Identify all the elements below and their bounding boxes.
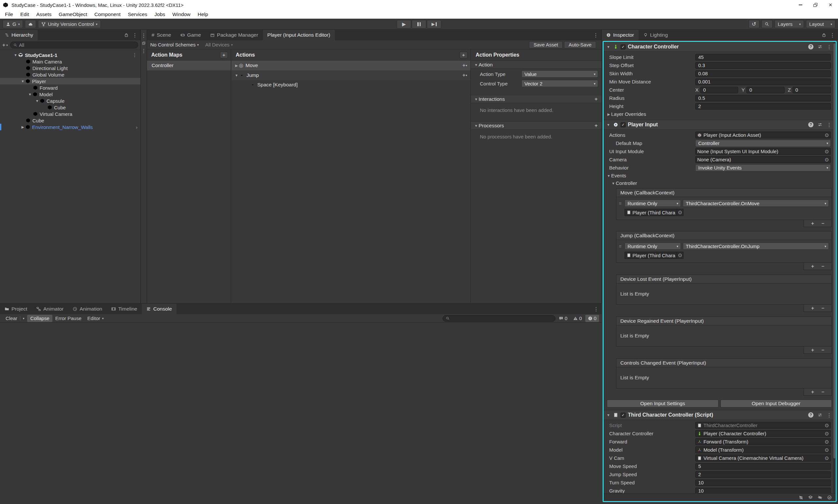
tree-item-cube[interactable]: Cube (0, 117, 140, 124)
remove-event-button[interactable]: − (821, 347, 824, 353)
tree-item-scene[interactable]: ▼ StudyCase1-1 ⋮ (0, 52, 140, 58)
tab-project[interactable]: Project (0, 304, 32, 314)
foldout-open-icon[interactable]: ▼ (20, 79, 25, 83)
third-character-controller-header[interactable]: ▼ ✓ Third Character Controller (Script) … (604, 410, 836, 420)
tab-animator[interactable]: Animator (32, 304, 68, 314)
script-object-field[interactable]: ThirdCharacterController ⊙ (695, 422, 831, 429)
cloud-button[interactable] (25, 20, 36, 28)
jump-speed-field[interactable]: 2 (695, 471, 831, 478)
object-picker-icon[interactable]: ⊙ (824, 431, 829, 436)
tree-item-model[interactable]: ▼ Model (0, 91, 140, 97)
add-event-button[interactable]: + (811, 389, 814, 395)
component-menu-icon[interactable]: ⋮ (826, 44, 832, 50)
account-button[interactable]: G ▾ (3, 20, 23, 28)
console-log-area[interactable] (0, 323, 602, 504)
info-count-toggle[interactable]: 0 (556, 315, 570, 322)
event-state-dropdown[interactable]: Runtime Only ▾ (625, 200, 681, 207)
preset-icon[interactable] (818, 122, 822, 127)
action-row-jump[interactable]: ▼ Jump +▾ (231, 70, 470, 80)
slope-limit-field[interactable]: 45 (695, 54, 831, 60)
panel-menu-icon[interactable]: ⋮ (141, 48, 146, 54)
object-picker-icon[interactable]: ⊙ (677, 252, 683, 258)
events-foldout[interactable]: ▼ Events (604, 172, 836, 179)
menu-component[interactable]: Component (91, 12, 124, 17)
object-picker-icon[interactable]: ⊙ (824, 455, 829, 461)
character-controller-ref-field[interactable]: Player (Character Controller) ⊙ (695, 430, 831, 437)
remove-event-button[interactable]: − (821, 305, 824, 311)
visibility-off-icon[interactable] (818, 495, 822, 500)
character-controller-header[interactable]: ▼ ✓ Character Controller ? ⋮ (604, 42, 836, 52)
center-y-field[interactable]: 0 (746, 87, 784, 93)
step-button[interactable]: ▶ (427, 20, 441, 29)
panel-menu-icon[interactable]: ⋮ (593, 306, 599, 312)
event-function-dropdown[interactable]: ThirdCharacterController.OnJump ▾ (683, 242, 829, 250)
pause-button[interactable] (412, 20, 426, 29)
panel-menu-icon[interactable]: ⋮ (132, 32, 138, 38)
undo-history-button[interactable]: ↺ (749, 20, 760, 28)
save-asset-button[interactable]: Save Asset (529, 41, 563, 49)
foldout-closed-icon[interactable]: ▶ (234, 64, 239, 68)
play-button[interactable]: ▶ (397, 20, 411, 29)
tab-hierarchy[interactable]: Hierarchy (0, 30, 38, 40)
auto-save-toggle[interactable]: Auto-Save (564, 41, 596, 49)
enabled-checkbox[interactable]: ✓ (621, 413, 626, 418)
remove-event-button[interactable]: − (821, 389, 824, 395)
debugger-disabled-icon[interactable] (799, 495, 803, 500)
layout-dropdown[interactable]: Layout▾ (806, 20, 835, 28)
tree-item-forward[interactable]: Forward (0, 85, 140, 91)
help-icon[interactable]: ? (808, 44, 814, 50)
tree-item-virtual-camera[interactable]: Virtual Camera (0, 111, 140, 117)
tree-item-directional-light[interactable]: Directional Light (0, 65, 140, 71)
preset-icon[interactable] (818, 44, 822, 49)
menu-help[interactable]: Help (194, 12, 212, 17)
component-menu-icon[interactable]: ⋮ (826, 122, 832, 128)
center-x-field[interactable]: 0 (700, 87, 738, 93)
enabled-checkbox[interactable]: ✓ (621, 44, 626, 50)
panel-menu-icon[interactable]: ⋮ (830, 32, 835, 38)
add-interaction-button[interactable]: + (594, 96, 598, 103)
section-interactions[interactable]: ▼ Interactions + (471, 95, 601, 103)
help-icon[interactable]: ? (808, 122, 814, 127)
tree-item-environment-narrow-walls[interactable]: ▶ Environment_Narrow_Walls › (0, 124, 140, 130)
control-type-dropdown[interactable]: Vector 2 ▾ (521, 80, 598, 87)
menu-gameobject[interactable]: GameObject (55, 12, 91, 17)
scrollbar-thumb[interactable] (834, 43, 835, 458)
section-processors[interactable]: ▼ Processors + (471, 122, 601, 130)
prefab-open-chevron-icon[interactable]: › (136, 124, 140, 130)
tree-item-global-volume[interactable]: Global Volume (0, 71, 140, 78)
layers-status-icon[interactable] (808, 495, 813, 500)
maximize-icon[interactable] (142, 41, 146, 45)
scene-menu-icon[interactable]: ⋮ (132, 52, 140, 58)
section-action[interactable]: ▼ Action (471, 60, 601, 69)
search-button[interactable] (762, 20, 772, 28)
radius-field[interactable]: 0.5 (695, 95, 831, 102)
tab-timeline[interactable]: Timeline (107, 304, 142, 314)
camera-field[interactable]: None (Camera) ⊙ (695, 156, 831, 163)
control-schemes-dropdown[interactable]: No Control Schemes▾ (150, 42, 199, 48)
event-function-dropdown[interactable]: ThirdCharacterController.OnMove ▾ (683, 200, 829, 207)
events-controller-foldout[interactable]: ▼ Controller (604, 179, 836, 187)
remove-event-button[interactable]: − (821, 220, 824, 227)
console-search-input[interactable] (443, 315, 555, 322)
collapse-toggle[interactable]: Collapse (27, 315, 52, 322)
actions-object-field[interactable]: Player (Input Action Asset) ⊙ (695, 131, 831, 139)
player-input-header[interactable]: ▼ ✓ Player Input ? ⋮ (604, 120, 836, 130)
action-row-move[interactable]: ▶ ◎ Move +▾ (231, 60, 470, 70)
height-field[interactable]: 2 (695, 103, 831, 110)
tab-game[interactable]: Game (176, 30, 206, 40)
preset-icon[interactable] (818, 413, 822, 417)
menu-window[interactable]: Window (169, 12, 194, 17)
enabled-checkbox[interactable]: ✓ (621, 122, 626, 127)
action-type-dropdown[interactable]: Value ▾ (521, 70, 598, 77)
step-offset-field[interactable]: 0.3 (695, 62, 831, 69)
model-field[interactable]: Model (Transform) ⊙ (695, 446, 831, 453)
remove-event-button[interactable]: − (821, 264, 824, 269)
add-event-button[interactable]: + (811, 305, 814, 311)
event-target-field[interactable]: Player (Third Chara ⊙ (625, 209, 683, 216)
menu-assets[interactable]: Assets (33, 12, 55, 17)
error-pause-toggle[interactable]: Error Pause (52, 315, 85, 322)
foldout-open-icon[interactable]: ▼ (28, 92, 32, 96)
clear-button[interactable]: Clear ▾ (3, 315, 27, 322)
status-ok-icon[interactable] (827, 495, 832, 500)
tree-item-capsule[interactable]: ▼ Capsule (0, 97, 140, 104)
